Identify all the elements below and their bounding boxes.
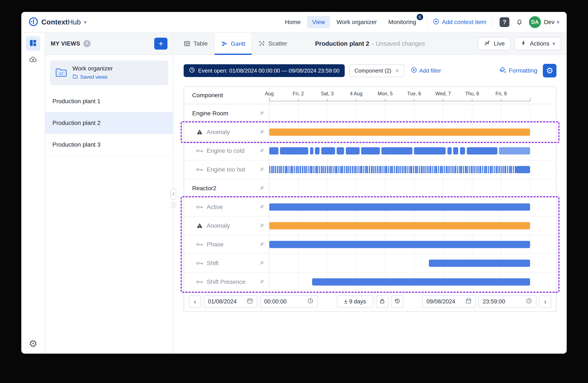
rail-cloud-button[interactable] xyxy=(26,53,40,67)
gantt-bar[interactable] xyxy=(346,147,360,154)
pin-icon[interactable] xyxy=(259,223,265,229)
pin-icon[interactable] xyxy=(259,242,265,248)
gantt-bar[interactable] xyxy=(447,147,452,154)
panel-collapse-button[interactable]: × xyxy=(171,203,176,208)
live-off-icon xyxy=(483,39,491,48)
row-timeline xyxy=(269,254,556,272)
help-button[interactable]: ? xyxy=(498,16,511,28)
end-date-field[interactable]: 09/08/2024 xyxy=(422,295,476,308)
gantt-bar[interactable] xyxy=(336,147,344,154)
add-context-item-button[interactable]: Add context item xyxy=(433,18,487,26)
pin-icon[interactable] xyxy=(259,148,265,154)
saved-views-link[interactable]: Saved views xyxy=(72,74,113,80)
axis-tick xyxy=(472,99,472,101)
pin-icon[interactable] xyxy=(259,185,265,191)
gantt-row-reactor2-4: Reactor2 xyxy=(184,179,556,198)
pin-icon[interactable] xyxy=(259,110,265,116)
chevron-down-icon: ▾ xyxy=(552,40,555,47)
view-item-production-plant-2[interactable]: Production plant 2 xyxy=(45,112,173,134)
gantt-bar[interactable] xyxy=(269,222,530,229)
pin-icon[interactable] xyxy=(259,279,265,285)
rail-views-button[interactable] xyxy=(26,36,40,51)
component-filter-chip[interactable]: Component (2) × xyxy=(349,64,404,77)
pin-icon[interactable] xyxy=(259,260,265,266)
gantt-bar[interactable] xyxy=(453,147,458,154)
nav-item-work-organizer[interactable]: Work organizer xyxy=(332,16,382,28)
calendar-icon xyxy=(465,298,472,306)
add-view-button[interactable]: + xyxy=(154,38,168,50)
formatting-button[interactable]: Formatting xyxy=(499,66,537,75)
gantt-bar[interactable] xyxy=(499,147,530,154)
start-date-field[interactable]: 01/08/2024 xyxy=(204,295,257,308)
close-icon[interactable]: × xyxy=(395,67,399,74)
history-button[interactable] xyxy=(391,295,403,308)
brand-chevron-down-icon[interactable]: ▾ xyxy=(84,19,86,25)
gantt-settings-button[interactable]: ⚙ xyxy=(543,64,556,77)
gantt-row-phase-7: Phase xyxy=(184,235,556,254)
gantt-bar[interactable] xyxy=(280,147,308,154)
row-label-cell: Anomaly xyxy=(184,123,269,141)
gantt-bar[interactable] xyxy=(467,147,498,154)
next-button[interactable]: › xyxy=(539,295,551,308)
gantt-bar[interactable] xyxy=(269,166,516,173)
avatar[interactable]: DA xyxy=(529,16,541,28)
row-timeline xyxy=(269,273,556,291)
row-label: Phase xyxy=(207,241,224,248)
gantt-bar[interactable] xyxy=(381,147,412,154)
gantt-row-engine-too-hot-3: Engine too hot xyxy=(184,160,556,179)
lock-button[interactable] xyxy=(376,295,388,308)
gridline xyxy=(356,104,357,123)
tab-scatter[interactable]: Scatter xyxy=(252,33,294,55)
gantt-bar[interactable] xyxy=(516,166,530,173)
gantt-bar[interactable] xyxy=(414,147,446,154)
body-row: ⚙ MY VIEWS ? + Work organizer xyxy=(21,33,567,354)
view-item-production-plant-1[interactable]: Production plant 1 xyxy=(45,91,173,112)
tab-table[interactable]: Table xyxy=(177,33,214,55)
gantt-bar[interactable] xyxy=(269,147,278,154)
row-label: Shift xyxy=(207,260,219,267)
gantt-bar[interactable] xyxy=(269,241,530,248)
view-item-production-plant-3[interactable]: Production plant 3 xyxy=(45,134,173,156)
nav-item-view[interactable]: View xyxy=(307,16,330,28)
prev-button[interactable]: ‹ xyxy=(189,295,201,308)
gantt-bar[interactable] xyxy=(429,260,530,267)
tab-gantt[interactable]: Gantt xyxy=(214,33,252,55)
user-menu-chevron-icon[interactable]: ▾ xyxy=(557,19,559,25)
brand[interactable]: ContextHub ▾ xyxy=(29,17,86,27)
help-icon[interactable]: ? xyxy=(83,40,90,47)
start-time-field[interactable]: 00:00:00 xyxy=(260,295,318,308)
contexthub-logo-icon xyxy=(29,17,38,27)
start-controls: ‹ 01/08/2024 00:00:00 xyxy=(189,295,318,308)
notifications-button[interactable] xyxy=(513,16,525,28)
gantt-bar[interactable] xyxy=(315,147,319,154)
pin-icon[interactable] xyxy=(259,129,265,135)
row-label: Engine too hot xyxy=(207,166,245,173)
work-organizer-card[interactable]: Work organizer Saved views xyxy=(50,60,168,85)
nav-item-monitoring[interactable]: Monitoring6 xyxy=(383,16,421,28)
workspace-texts: Work organizer Saved views xyxy=(72,65,113,80)
add-filter-button[interactable]: Add filter xyxy=(411,67,441,75)
settings-gear-icon[interactable]: ⚙ xyxy=(29,339,37,348)
end-time-field[interactable]: 23:59:00 xyxy=(479,295,536,308)
live-button[interactable]: Live xyxy=(478,37,511,50)
pin-icon[interactable] xyxy=(259,204,265,210)
nav-item-home[interactable]: Home xyxy=(280,16,306,28)
gantt-bar[interactable] xyxy=(321,147,335,154)
pin-icon[interactable] xyxy=(259,167,265,172)
my-views-title: MY VIEWS xyxy=(51,40,80,47)
gantt-bar[interactable] xyxy=(312,278,530,286)
lock-icon xyxy=(379,298,385,305)
gantt-bar[interactable] xyxy=(361,147,380,154)
actions-button[interactable]: Actions ▾ xyxy=(514,37,561,50)
row-label-cell: Reactor2 xyxy=(184,179,269,197)
gantt-bar[interactable] xyxy=(269,129,530,136)
axis-tick xyxy=(356,99,357,101)
gantt-bar[interactable] xyxy=(269,203,530,211)
gantt-row-shift-8: Shift xyxy=(184,254,556,273)
event-filter-pill[interactable]: Event open: 01/08/2024 00:00:00 — 09/08/… xyxy=(184,64,345,77)
panel-resize-handle[interactable]: ‖ xyxy=(171,189,176,200)
axis-label: Tue, 6 xyxy=(407,91,421,96)
gantt-bar[interactable] xyxy=(460,147,465,154)
range-field[interactable]: ± 9 days xyxy=(337,295,374,308)
gantt-bar[interactable] xyxy=(310,147,313,154)
